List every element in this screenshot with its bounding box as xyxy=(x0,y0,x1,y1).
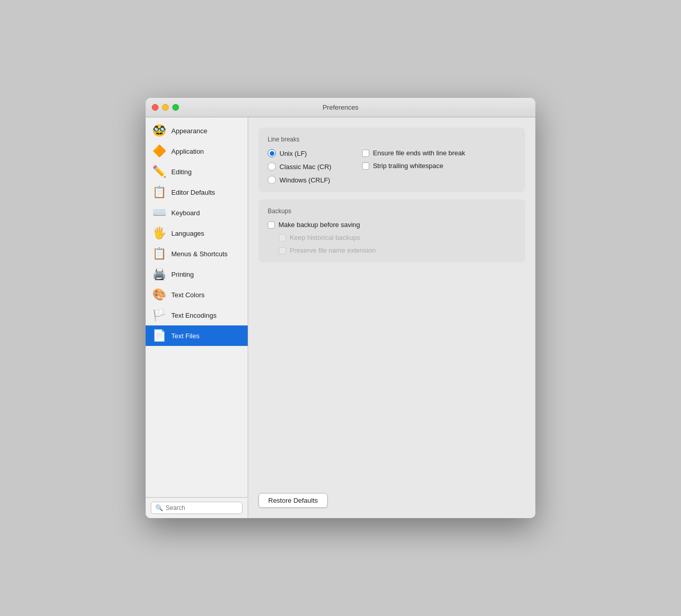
line-breaks-section: Line breaks Unix (LF)Classic Mac (CR)Win… xyxy=(258,128,525,192)
sidebar-item-label-text-colors: Text Colors xyxy=(171,291,205,299)
radio-circle-classic-mac xyxy=(268,162,276,171)
preferences-window: Preferences AppearanceApplicationEditing… xyxy=(146,98,535,518)
sidebar-item-label-menus-shortcuts: Menus & Shortcuts xyxy=(171,250,228,258)
sidebar-item-label-text-encodings: Text Encodings xyxy=(171,312,216,319)
sidebar-search-area: 🔍 xyxy=(146,497,248,518)
backup-checkbox-box-make-backup xyxy=(268,221,275,229)
sidebar-item-application[interactable]: Application xyxy=(146,141,248,161)
checkbox-label-ensure-line-break: Ensure file ends with line break xyxy=(373,149,465,157)
appearance-icon xyxy=(152,124,166,138)
radio-label-windows: Windows (CRLF) xyxy=(279,176,330,184)
checkbox-box-strip-whitespace xyxy=(362,162,369,170)
sidebar-item-label-application: Application xyxy=(171,148,204,155)
traffic-lights xyxy=(152,104,179,111)
backup-checkbox-label-make-backup: Make backup before saving xyxy=(278,221,360,229)
backup-checkbox-box-keep-historical xyxy=(279,234,286,241)
sidebar-item-label-keyboard: Keyboard xyxy=(171,209,200,217)
search-wrapper: 🔍 xyxy=(151,502,243,514)
window-title: Preferences xyxy=(323,104,358,111)
backup-checkbox-label-keep-historical: Keep historical backups xyxy=(290,234,360,241)
text-encodings-icon xyxy=(152,308,166,322)
sidebar-item-label-text-files: Text Files xyxy=(171,332,199,340)
search-input[interactable] xyxy=(166,504,238,511)
backups-checkbox-group: Make backup before savingKeep historical… xyxy=(268,221,516,254)
maximize-button[interactable] xyxy=(172,104,179,111)
printing-icon xyxy=(152,267,166,281)
sidebar-item-label-languages: Languages xyxy=(171,230,204,237)
backups-section: Backups Make backup before savingKeep hi… xyxy=(258,199,525,262)
editing-icon xyxy=(152,165,166,179)
radio-classic-mac[interactable]: Classic Mac (CR) xyxy=(268,162,331,171)
backup-checkbox-make-backup[interactable]: Make backup before saving xyxy=(268,221,516,229)
sidebar-item-menus-shortcuts[interactable]: Menus & Shortcuts xyxy=(146,243,248,264)
backups-title: Backups xyxy=(268,208,516,215)
minimize-button[interactable] xyxy=(162,104,169,111)
sidebar-item-keyboard[interactable]: Keyboard xyxy=(146,202,248,223)
line-breaks-radio-group: Unix (LF)Classic Mac (CR)Windows (CRLF) xyxy=(268,149,331,184)
sidebar-item-editor-defaults[interactable]: Editor Defaults xyxy=(146,182,248,202)
sidebar-item-label-appearance: Appearance xyxy=(171,127,207,135)
radio-circle-unix xyxy=(268,149,276,157)
sidebar-items-list: AppearanceApplicationEditingEditor Defau… xyxy=(146,117,248,497)
checkbox-label-strip-whitespace: Strip trailing whitespace xyxy=(373,162,443,170)
restore-defaults-button[interactable]: Restore Defaults xyxy=(258,493,328,508)
editor-defaults-icon xyxy=(152,185,166,199)
sidebar-item-languages[interactable]: Languages xyxy=(146,223,248,243)
menus-icon xyxy=(152,247,166,261)
radio-unix[interactable]: Unix (LF) xyxy=(268,149,331,157)
backup-checkbox-label-preserve-extension: Preserve file name extension xyxy=(290,247,376,254)
sidebar-item-editing[interactable]: Editing xyxy=(146,161,248,182)
radio-label-classic-mac: Classic Mac (CR) xyxy=(279,163,331,171)
languages-icon xyxy=(152,226,166,240)
radio-label-unix: Unix (LF) xyxy=(279,150,307,157)
sidebar-item-text-encodings[interactable]: Text Encodings xyxy=(146,305,248,325)
text-files-icon xyxy=(152,328,166,343)
sidebar-item-text-colors[interactable]: Text Colors xyxy=(146,284,248,305)
search-icon: 🔍 xyxy=(155,504,163,511)
sidebar-item-label-editing: Editing xyxy=(171,168,192,176)
sidebar-item-label-editor-defaults: Editor Defaults xyxy=(171,189,215,196)
sidebar-item-text-files[interactable]: Text Files xyxy=(146,325,248,346)
titlebar: Preferences xyxy=(146,98,535,117)
sidebar: AppearanceApplicationEditingEditor Defau… xyxy=(146,117,248,518)
backup-checkbox-box-preserve-extension xyxy=(279,247,286,254)
sidebar-item-appearance[interactable]: Appearance xyxy=(146,120,248,141)
checkbox-ensure-line-break[interactable]: Ensure file ends with line break xyxy=(362,149,465,157)
text-colors-icon xyxy=(152,288,166,302)
keyboard-icon xyxy=(152,206,166,220)
sidebar-item-printing[interactable]: Printing xyxy=(146,264,248,284)
checkbox-box-ensure-line-break xyxy=(362,150,369,157)
content-area: AppearanceApplicationEditingEditor Defau… xyxy=(146,117,535,518)
backup-checkbox-keep-historical: Keep historical backups xyxy=(268,234,516,241)
checkbox-strip-whitespace[interactable]: Strip trailing whitespace xyxy=(362,162,465,170)
sidebar-item-label-printing: Printing xyxy=(171,271,194,278)
radio-circle-windows xyxy=(268,176,276,184)
close-button[interactable] xyxy=(152,104,158,111)
application-icon xyxy=(152,144,166,158)
line-breaks-title: Line breaks xyxy=(268,136,516,143)
line-breaks-checkboxes: Ensure file ends with line breakStrip tr… xyxy=(362,149,465,170)
radio-windows[interactable]: Windows (CRLF) xyxy=(268,176,331,184)
main-panel: Line breaks Unix (LF)Classic Mac (CR)Win… xyxy=(248,117,535,518)
backup-checkbox-preserve-extension: Preserve file name extension xyxy=(268,247,516,254)
